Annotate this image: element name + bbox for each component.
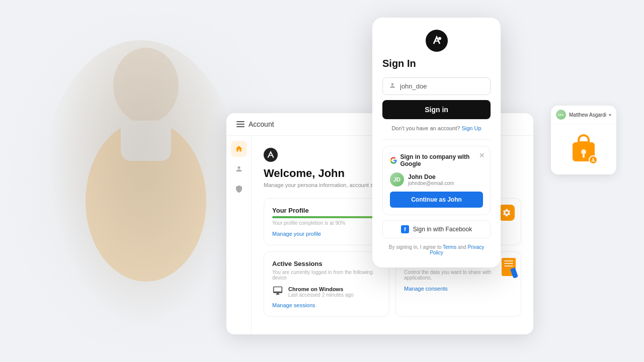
right-user-avatar: MA xyxy=(556,110,566,120)
hamburger-menu[interactable] xyxy=(236,121,245,127)
active-sessions-card: Active Sessions You are currently logged… xyxy=(264,251,389,317)
signin-modal: Sign In Sign in Don't you have an accoun… xyxy=(372,18,501,267)
svg-point-3 xyxy=(264,148,278,162)
close-google-popup-button[interactable]: ✕ xyxy=(479,151,485,159)
no-account-text: Don't you have an account? xyxy=(391,125,460,131)
lock-icon-container xyxy=(573,142,595,161)
manage-sessions-link[interactable]: Manage sessions xyxy=(272,302,381,308)
google-icon xyxy=(390,156,397,164)
right-card-header: MA Matthew Asgardi ▾ xyxy=(551,106,616,124)
google-user-avatar: JD xyxy=(390,172,404,187)
google-popup-title: Sign in to company with Google xyxy=(390,153,483,167)
google-user-email: johndoe@email.com xyxy=(408,180,454,186)
signup-link[interactable]: Sign Up xyxy=(461,125,481,131)
divider xyxy=(382,139,491,140)
sidebar-shield-icon[interactable] xyxy=(231,181,247,197)
lock-person-badge xyxy=(589,155,598,164)
right-user-card: MA Matthew Asgardi ▾ xyxy=(551,106,616,174)
terms-text: By signing in, I agree to Terms and Priv… xyxy=(382,244,491,255)
svg-rect-2 xyxy=(121,121,171,161)
username-input-row[interactable] xyxy=(382,77,491,95)
facebook-button-label: Sign in with Facebook xyxy=(413,226,472,233)
monitor-icon xyxy=(272,286,283,298)
session-device: Chrome on Windows Last accessed 2 minute… xyxy=(272,286,381,298)
brand-logo xyxy=(426,30,448,52)
lock-keyhole xyxy=(581,149,586,154)
chevron-down-icon[interactable]: ▾ xyxy=(609,112,611,118)
user-input-icon xyxy=(389,82,396,90)
session-info: Chrome on Windows Last accessed 2 minute… xyxy=(288,286,354,298)
svg-point-5 xyxy=(438,37,441,40)
signin-title: Sign In xyxy=(382,58,416,69)
session-last-access: Last accessed 2 minutes ago xyxy=(288,292,354,298)
right-card-body xyxy=(551,124,616,174)
sidebar-user-icon[interactable] xyxy=(231,161,247,177)
account-sidebar xyxy=(226,136,252,334)
right-user-name: Matthew Asgardi xyxy=(569,112,606,118)
active-sessions-title: Active Sessions xyxy=(272,260,381,267)
gear-icon xyxy=(499,205,515,221)
google-user-name: John Doe xyxy=(408,173,454,180)
active-sessions-subtitle: You are currently logged in from the fol… xyxy=(272,269,381,281)
username-input[interactable] xyxy=(400,82,484,90)
svg-point-0 xyxy=(113,48,179,123)
session-browser: Chrome on Windows xyxy=(288,286,354,292)
lock-keyhole-stem xyxy=(583,154,585,158)
google-popup-title-text: Sign in to company with Google xyxy=(400,153,483,167)
account-panel-title: Account xyxy=(249,120,274,128)
right-card-user: MA Matthew Asgardi xyxy=(556,110,606,120)
google-signin-popup: ✕ Sign in to company with Google JD John… xyxy=(382,146,491,215)
lock-shackle xyxy=(578,134,590,143)
terms-link[interactable]: Terms xyxy=(443,244,456,250)
google-user-row: JD John Doe johndoe@email.com xyxy=(390,172,483,187)
signin-button[interactable]: Sign in xyxy=(382,100,491,119)
svg-point-1 xyxy=(86,121,206,282)
continue-as-john-button[interactable]: Continue as John xyxy=(390,192,483,208)
google-user-info: John Doe johndoe@email.com xyxy=(408,173,454,186)
facebook-signin-button[interactable]: f Sign in with Facebook xyxy=(382,220,491,238)
signup-text: Don't you have an account? Sign Up xyxy=(391,125,481,131)
sidebar-home-icon[interactable] xyxy=(231,141,247,157)
manage-consents-link[interactable]: Manage consents xyxy=(404,286,513,292)
facebook-icon: f xyxy=(401,225,409,233)
